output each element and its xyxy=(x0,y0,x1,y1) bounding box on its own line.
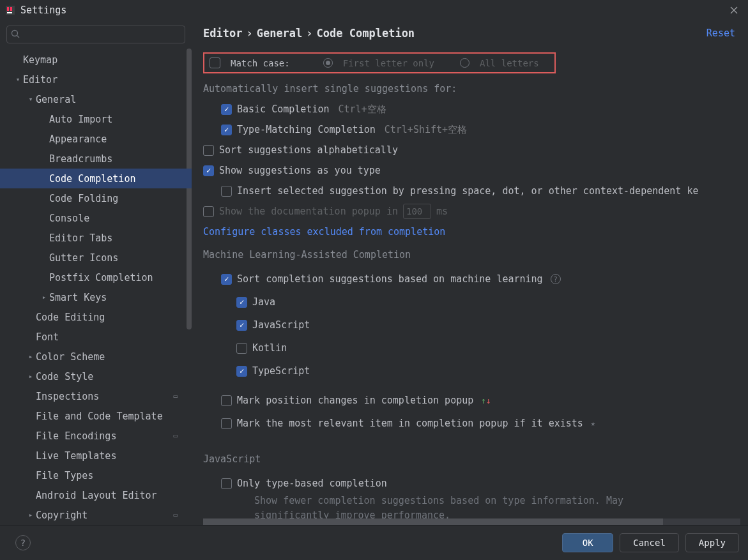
ml-sort-checkbox[interactable] xyxy=(221,274,232,285)
cancel-button[interactable]: Cancel xyxy=(620,533,679,552)
tree-item-code-folding[interactable]: Code Folding xyxy=(0,188,192,208)
chevron-down-icon: ▾ xyxy=(13,75,23,84)
ml-ts-label: TypeScript xyxy=(252,365,310,377)
tree-item-general[interactable]: ▾General xyxy=(0,89,192,109)
chevron-down-icon: ▾ xyxy=(26,95,36,103)
tree-item-label: Live Templates xyxy=(36,450,116,462)
svg-rect-2 xyxy=(10,7,12,11)
tree-item-breadcrumbs[interactable]: Breadcrumbs xyxy=(0,149,192,169)
tree-item-postfix-completion[interactable]: Postfix Completion xyxy=(0,268,192,287)
search-icon xyxy=(10,29,20,41)
tree-item-console[interactable]: Console xyxy=(0,208,192,228)
first-letter-radio[interactable] xyxy=(323,58,333,68)
tree-item-label: Breadcrumbs xyxy=(49,153,112,165)
window-title: Settings xyxy=(20,4,725,16)
all-letters-radio[interactable] xyxy=(460,58,469,68)
show-suggestions-checkbox[interactable] xyxy=(203,165,214,176)
horizontal-scrollbar-thumb[interactable] xyxy=(203,518,663,525)
ok-button[interactable]: OK xyxy=(562,533,613,552)
tree-item-label: Code Editing xyxy=(36,312,105,323)
tree-item-label: Keymap xyxy=(23,54,57,66)
chevron-right-icon: ▸ xyxy=(39,293,49,301)
chevron-right-icon: ▸ xyxy=(26,372,36,381)
tree-item-label: Font xyxy=(36,331,59,343)
breadcrumb: Editor›General›Code Completion xyxy=(203,27,706,40)
svg-rect-3 xyxy=(7,12,12,13)
footer: ? OK Cancel Apply xyxy=(0,525,748,560)
reset-link[interactable]: Reset xyxy=(706,27,735,39)
tree-item-code-editing[interactable]: Code Editing xyxy=(0,307,192,327)
tree-item-smart-keys[interactable]: ▸Smart Keys xyxy=(0,287,192,307)
ml-kotlin-checkbox[interactable] xyxy=(236,343,247,354)
only-type-label: Only type-based completion xyxy=(237,478,387,489)
tree-item-label: Code Style xyxy=(36,371,93,382)
ml-ts-checkbox[interactable] xyxy=(236,366,247,377)
tree-item-label: File Encodings xyxy=(36,430,116,442)
ml-java-checkbox[interactable] xyxy=(236,297,247,308)
tree-item-label: General xyxy=(36,94,76,105)
tree-item-inspections[interactable]: Inspections▭ xyxy=(0,386,192,406)
svg-point-6 xyxy=(12,31,18,36)
settings-tree[interactable]: Keymap▾Editor▾GeneralAuto ImportAppearan… xyxy=(0,49,192,525)
tree-item-code-completion[interactable]: Code Completion xyxy=(0,169,192,188)
ml-sort-label: Sort completion suggestions based on mac… xyxy=(237,273,543,285)
tree-item-font[interactable]: Font xyxy=(0,327,192,347)
search-input[interactable] xyxy=(6,26,185,43)
doc-popup-post: ms xyxy=(436,206,448,217)
tree-item-label: File and Code Template xyxy=(36,411,163,422)
project-scope-icon: ▭ xyxy=(173,392,178,400)
tree-item-file-encodings[interactable]: File Encodings▭ xyxy=(0,426,192,446)
tree-item-gutter-icons[interactable]: Gutter Icons xyxy=(0,248,192,268)
tree-item-label: Color Scheme xyxy=(36,351,105,363)
tree-item-label: Console xyxy=(49,213,89,224)
tree-item-color-scheme[interactable]: ▸Color Scheme xyxy=(0,347,192,367)
tree-item-live-templates[interactable]: Live Templates xyxy=(0,446,192,465)
auto-insert-label: Automatically insert single suggestions … xyxy=(203,79,748,99)
horizontal-scrollbar[interactable] xyxy=(203,518,740,525)
tree-item-android-layout-editor[interactable]: Android Layout Editor xyxy=(0,485,192,505)
svg-line-7 xyxy=(17,36,20,38)
arrows-icon: ↑↓ xyxy=(481,396,491,405)
close-icon[interactable] xyxy=(725,1,743,19)
mark-relevant-checkbox[interactable] xyxy=(221,418,232,429)
tree-item-copyright[interactable]: ▸Copyright▭ xyxy=(0,505,192,525)
tree-item-editor[interactable]: ▾Editor xyxy=(0,70,192,89)
mark-position-checkbox[interactable] xyxy=(221,395,232,406)
tree-item-label: Smart Keys xyxy=(49,292,107,303)
first-letter-label: First letter only xyxy=(343,58,434,68)
type-matching-label: Type-Matching Completion xyxy=(237,124,376,135)
tree-item-keymap[interactable]: Keymap xyxy=(0,50,192,70)
chevron-right-icon: ▸ xyxy=(26,352,36,361)
tree-item-file-and-code-template[interactable]: File and Code Template xyxy=(0,406,192,426)
help-icon[interactable]: ? xyxy=(551,274,561,284)
sort-alpha-checkbox[interactable] xyxy=(203,145,214,156)
sort-alpha-label: Sort suggestions alphabetically xyxy=(219,144,398,156)
titlebar: Settings xyxy=(0,0,748,20)
type-matching-shortcut: Ctrl+Shift+空格 xyxy=(385,124,467,136)
ml-java-label: Java xyxy=(252,296,275,308)
tree-item-appearance[interactable]: Appearance xyxy=(0,129,192,149)
type-matching-checkbox[interactable] xyxy=(221,125,232,135)
match-case-label: Match case: xyxy=(231,58,290,68)
basic-completion-label: Basic Completion xyxy=(237,103,330,115)
doc-popup-ms-input[interactable] xyxy=(403,204,431,219)
apply-button[interactable]: Apply xyxy=(685,533,739,552)
ml-js-checkbox[interactable] xyxy=(236,320,247,331)
only-type-checkbox[interactable] xyxy=(221,478,232,489)
match-case-checkbox[interactable] xyxy=(210,57,220,68)
tree-item-editor-tabs[interactable]: Editor Tabs xyxy=(0,228,192,248)
configure-excluded-link[interactable]: Configure classes excluded from completi… xyxy=(203,226,445,238)
tree-item-file-types[interactable]: File Types xyxy=(0,465,192,485)
tree-item-auto-import[interactable]: Auto Import xyxy=(0,109,192,129)
doc-popup-checkbox[interactable] xyxy=(203,206,214,217)
tree-item-label: Code Folding xyxy=(49,193,118,204)
tree-item-label: Editor Tabs xyxy=(49,232,112,244)
svg-rect-1 xyxy=(7,7,9,11)
mark-relevant-label: Mark the most relevant item in completio… xyxy=(237,418,583,429)
show-suggestions-label: Show suggestions as you type xyxy=(219,165,381,176)
tree-item-code-style[interactable]: ▸Code Style xyxy=(0,367,192,386)
footer-help-icon[interactable]: ? xyxy=(15,535,31,550)
basic-completion-checkbox[interactable] xyxy=(221,104,232,115)
insert-by-space-checkbox[interactable] xyxy=(221,186,232,197)
tree-item-label: File Types xyxy=(36,470,93,481)
